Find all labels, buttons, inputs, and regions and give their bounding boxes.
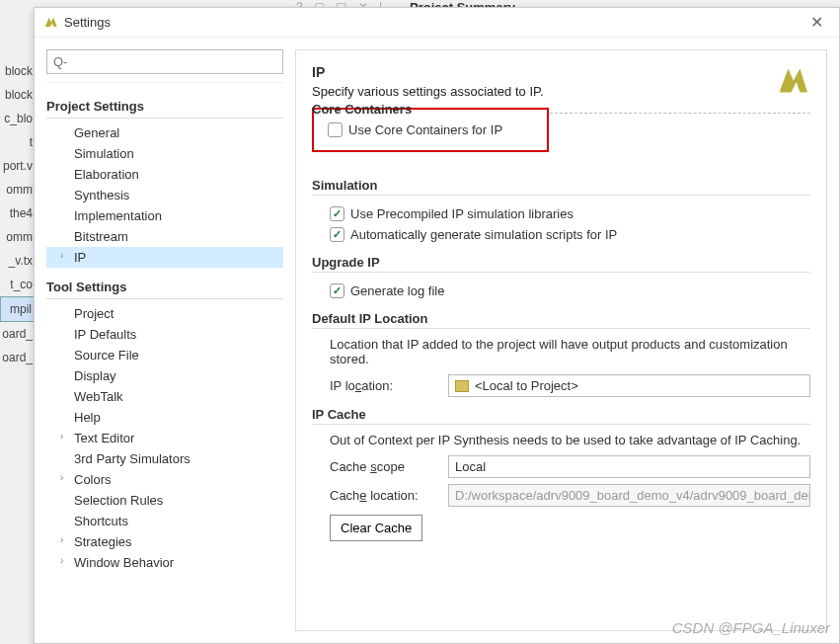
tree-item-implementation[interactable]: Implementation	[46, 205, 283, 226]
chevron-right-icon: ›	[60, 250, 63, 261]
vivado-logo-large-icon	[775, 64, 810, 100]
tree-item-shortcuts[interactable]: Shortcuts	[46, 511, 283, 531]
bg-file-list: blockblockc_blotport.vommthe4omm_v.txt_c…	[0, 59, 35, 369]
auto-sim-scripts-label: Automatically generate simulation script…	[350, 227, 617, 242]
dialog-titlebar: Settings ✕	[35, 8, 839, 38]
tree-item-ip-defaults[interactable]: IP Defaults	[46, 324, 283, 345]
use-core-containers-label: Use Core Containers for IP	[348, 122, 502, 137]
precompiled-sim-checkbox[interactable]	[330, 206, 344, 221]
use-core-containers-checkbox[interactable]	[328, 122, 343, 137]
upgrade-ip-title: Upgrade IP	[312, 255, 810, 270]
ip-cache-title: IP Cache	[312, 407, 810, 422]
tree-item-help[interactable]: Help	[46, 407, 283, 428]
search-input[interactable]	[46, 49, 283, 74]
chevron-right-icon: ›	[60, 555, 63, 566]
default-ip-location-desc: Location that IP added to the project wi…	[330, 337, 810, 366]
precompiled-sim-label: Use Precompiled IP simulation libraries	[350, 206, 573, 221]
settings-tree: Project SettingsGeneralSimulationElabora…	[46, 82, 283, 631]
dialog-title: Settings	[64, 15, 802, 30]
tree-section-header: Project Settings	[46, 93, 283, 119]
settings-dialog: Settings ✕ Project SettingsGeneralSimula…	[34, 7, 840, 644]
cache-location-input[interactable]: D:/workspace/adrv9009_board_demo_v4/adrv…	[448, 484, 810, 507]
simulation-title: Simulation	[312, 178, 810, 193]
cache-location-label: Cache location:	[330, 488, 438, 503]
tree-item-3rd-party-simulators[interactable]: 3rd Party Simulators	[46, 448, 283, 469]
cache-scope-combo[interactable]: Local	[448, 455, 810, 478]
tree-item-webtalk[interactable]: WebTalk	[46, 386, 283, 407]
tree-item-elaboration[interactable]: Elaboration	[46, 164, 283, 185]
tree-item-simulation[interactable]: Simulation	[46, 143, 283, 164]
core-containers-title: Core Containers	[312, 102, 412, 117]
tree-item-general[interactable]: General	[46, 122, 283, 143]
ip-cache-desc: Out of Context per IP Synthesis needs to…	[330, 433, 810, 447]
ip-location-combo[interactable]: <Local to Project>	[448, 374, 810, 397]
auto-sim-scripts-checkbox[interactable]	[330, 227, 344, 242]
chevron-right-icon: ›	[60, 472, 63, 483]
tree-item-ip[interactable]: ›IP	[46, 247, 283, 268]
close-icon[interactable]: ✕	[802, 13, 831, 32]
vivado-logo-icon	[42, 15, 58, 31]
panel-heading: IP	[312, 64, 775, 80]
chevron-right-icon: ›	[60, 534, 63, 545]
generate-log-label: Generate log file	[350, 283, 444, 298]
tree-item-colors[interactable]: ›Colors	[46, 469, 283, 490]
generate-log-checkbox[interactable]	[330, 283, 344, 298]
tree-item-window-behavior[interactable]: ›Window Behavior	[46, 552, 283, 573]
clear-cache-button[interactable]: Clear Cache	[330, 515, 422, 541]
default-ip-location-title: Default IP Location	[312, 311, 810, 326]
tree-section-header: Tool Settings	[46, 274, 283, 299]
settings-content-panel: IP Specify various settings associated t…	[295, 49, 827, 631]
tree-item-bitstream[interactable]: Bitstream	[46, 226, 283, 247]
tree-item-selection-rules[interactable]: Selection Rules	[46, 490, 283, 511]
tree-item-source-file[interactable]: Source File	[46, 345, 283, 365]
chevron-right-icon: ›	[60, 431, 63, 442]
settings-tree-panel: Project SettingsGeneralSimulationElabora…	[46, 49, 283, 631]
tree-item-text-editor[interactable]: ›Text Editor	[46, 428, 283, 448]
tree-item-synthesis[interactable]: Synthesis	[46, 185, 283, 205]
folder-icon	[455, 380, 469, 392]
ip-location-label: IP location:	[330, 378, 438, 393]
panel-subheading: Specify various settings associated to I…	[312, 84, 775, 99]
tree-item-project[interactable]: Project	[46, 303, 283, 324]
tree-item-strategies[interactable]: ›Strategies	[46, 531, 283, 552]
tree-item-display[interactable]: Display	[46, 365, 283, 386]
cache-scope-label: Cache scope	[330, 459, 438, 474]
